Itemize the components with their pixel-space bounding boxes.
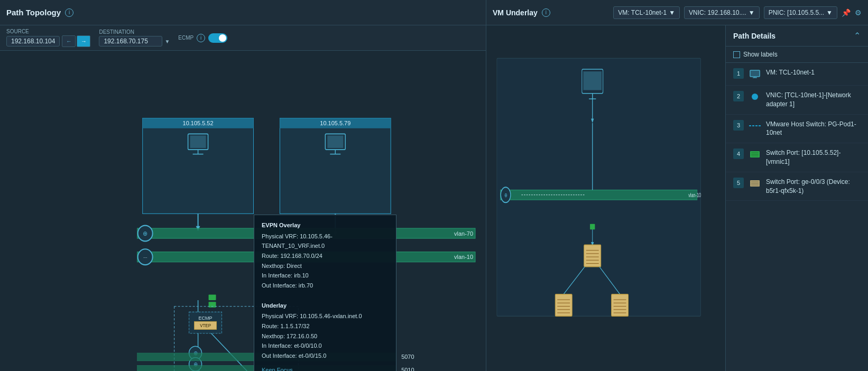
path-text-3: VMware Host Switch: PG-Pod1-10net — [766, 120, 861, 138]
svg-rect-89 — [751, 71, 759, 76]
left-panel-title: Path Topology — [6, 8, 61, 17]
tooltip-phys-vrf2: Physical VRF: 10.105.5.46-vxlan.inet.0 — [262, 311, 389, 321]
path-icon-host-switch — [749, 120, 761, 132]
forward-btn[interactable]: → — [77, 35, 90, 47]
svg-rect-6 — [190, 136, 206, 148]
ecmp-group: ECMP i — [178, 33, 227, 43]
path-details-panel: Path Details ⌃ Show labels 1 V — [725, 25, 868, 371]
tooltip-keep-focus[interactable]: Keep Focus — [262, 365, 389, 371]
destination-value[interactable]: 192.168.70.175 — [99, 36, 162, 47]
path-item-4: 4 Switch Port: [10.105.5.52]-[vmnic1] — [726, 143, 868, 172]
path-item-2: 2 VNIC: [TCL-10net-1]-[Network adapter 1… — [726, 86, 868, 115]
svg-text:vlan-10: vlan-10 — [688, 191, 701, 198]
path-text-2: VNIC: [TCL-10net-1]-[Network adapter 1] — [766, 91, 861, 109]
show-labels-row: Show labels — [726, 47, 868, 63]
ecmp-info-icon[interactable]: i — [197, 34, 205, 42]
tooltip-in-iface1: In Interface: irb.10 — [262, 271, 389, 281]
svg-rect-26 — [209, 294, 216, 300]
pin-icon[interactable]: 📌 — [842, 8, 851, 17]
right-panel-info-icon[interactable]: i — [542, 8, 550, 17]
path-num-1: 1 — [733, 68, 744, 79]
path-item-5: 5 Switch Port: ge-0/0/3 (Device: b5r1-qf… — [726, 172, 868, 201]
svg-text:ECMP: ECMP — [199, 316, 213, 321]
svg-text:5070: 5070 — [401, 353, 414, 359]
path-item-3: 3 VMware Host Switch: PG-Pod1-10net — [726, 115, 868, 144]
right-panel-header: VM Underlay i VM: TCL-10net-1 ▼ VNIC: 19… — [486, 0, 868, 25]
source-value[interactable]: 192.168.10.104 — [6, 36, 60, 47]
destination-control: 192.168.70.175 ▼ — [99, 36, 170, 47]
svg-rect-65 — [590, 224, 595, 229]
gear-icon[interactable]: ⚙ — [855, 8, 862, 17]
svg-text:5010: 5010 — [401, 367, 414, 371]
vm-dropdown-label: VM: TCL-10net-1 — [618, 9, 667, 16]
vm-dropdown-arrow: ▼ — [669, 9, 675, 16]
svg-text:⊕: ⊕ — [143, 230, 147, 236]
svg-text:···: ··· — [143, 255, 147, 260]
tooltip-route1: Route: 192.168.70.0/24 — [262, 251, 389, 261]
tooltip-in-iface2: In Interface: et-0/0/10.0 — [262, 341, 389, 351]
path-icon-monitor — [749, 68, 761, 80]
vm-topology-svg: vlan-10 ⊕ — [486, 25, 725, 371]
path-icon-vnic — [749, 91, 761, 103]
svg-rect-7 — [280, 118, 391, 214]
svg-text:10.105.5.79: 10.105.5.79 — [320, 120, 350, 126]
path-text-5: Switch Port: ge-0/0/3 (Device: b5r1-qfx5… — [766, 178, 861, 196]
path-num-3: 3 — [733, 120, 744, 131]
path-details-title: Path Details — [733, 32, 775, 40]
vnic-dropdown-label: VNIC: 192.168.10.... — [689, 9, 746, 16]
right-panel: VM Underlay i VM: TCL-10net-1 ▼ VNIC: 19… — [486, 0, 868, 371]
tooltip-out-iface2: Out Interface: et-0/0/15.0 — [262, 351, 389, 361]
path-num-5: 5 — [733, 178, 744, 188]
vnic-dropdown[interactable]: VNIC: 192.168.10.... ▼ — [684, 6, 760, 19]
topology-canvas: 10.105.5.52 10.105.5.79 — [0, 51, 486, 371]
vm-dropdown[interactable]: VM: TCL-10net-1 ▼ — [613, 6, 680, 19]
tooltip-section2-title: Underlay — [262, 301, 389, 311]
direction-buttons: ← → — [62, 35, 90, 47]
left-panel-info-icon[interactable]: i — [65, 8, 73, 17]
svg-text:vlan-70: vlan-70 — [454, 230, 473, 236]
svg-text:10.105.5.52: 10.105.5.52 — [183, 120, 214, 126]
path-num-4: 4 — [733, 149, 744, 159]
topology-tooltip: EVPN Overlay Physical VRF: 10.105.5.46- … — [254, 215, 396, 371]
ecmp-toggle[interactable] — [208, 33, 227, 43]
path-num-2: 2 — [733, 91, 744, 101]
source-label: Source — [6, 29, 90, 34]
svg-rect-54 — [583, 71, 602, 90]
ecmp-label: ECMP — [178, 35, 193, 41]
path-details-header: Path Details ⌃ — [726, 25, 868, 47]
tooltip-nexthop2: Nexthop: 172.16.0.50 — [262, 331, 389, 341]
right-panel-title: VM Underlay — [493, 8, 538, 17]
tooltip-section1-title: EVPN Overlay — [262, 220, 389, 230]
svg-point-92 — [752, 94, 758, 100]
tooltip-nexthop1: Nexthop: Direct — [262, 261, 389, 271]
destination-label: Destination — [99, 29, 170, 35]
svg-text:VTEP: VTEP — [200, 323, 211, 328]
path-item-1: 1 VM: TCL-10net-1 — [726, 63, 868, 86]
path-text-4: Switch Port: [10.105.5.52]-[vmnic1] — [766, 149, 861, 166]
backward-btn[interactable]: ← — [62, 35, 76, 47]
destination-group: Destination 192.168.70.175 ▼ — [99, 29, 170, 47]
svg-text:vlan-10: vlan-10 — [454, 254, 473, 260]
left-panel-header: Path Topology i — [0, 0, 486, 25]
destination-dropdown-arrow[interactable]: ▼ — [164, 39, 170, 44]
tooltip-tenant-vrf: TENANT_10_VRF.inet.0 — [262, 241, 389, 251]
svg-rect-52 — [497, 58, 701, 316]
tooltip-route2: Route: 1.1.5.17/32 — [262, 321, 389, 331]
pnic-dropdown[interactable]: PNIC: [10.105.5.5... ▼ — [764, 6, 837, 19]
path-icon-switch-port-2 — [749, 178, 761, 189]
source-group: Source 192.168.10.104 ← → — [6, 29, 90, 47]
vnic-dropdown-arrow: ▼ — [749, 9, 755, 16]
topology-svg: 10.105.5.52 10.105.5.79 — [0, 51, 486, 371]
path-text-1: VM: TCL-10net-1 — [766, 68, 861, 77]
pnic-dropdown-arrow: ▼ — [826, 9, 833, 16]
svg-text:⊕: ⊕ — [504, 191, 507, 198]
path-icon-switch-port-1 — [749, 149, 761, 160]
right-content: vlan-10 ⊕ — [486, 25, 868, 371]
collapse-button[interactable]: ⌃ — [854, 31, 861, 41]
vm-canvas: vlan-10 ⊕ — [486, 25, 725, 371]
controls-bar: Source 192.168.10.104 ← → Destination 19… — [0, 25, 486, 51]
left-panel: Path Topology i Source 192.168.10.104 ← … — [0, 0, 486, 371]
svg-rect-0 — [143, 118, 254, 214]
svg-rect-13 — [327, 136, 343, 148]
show-labels-checkbox[interactable] — [733, 51, 740, 58]
